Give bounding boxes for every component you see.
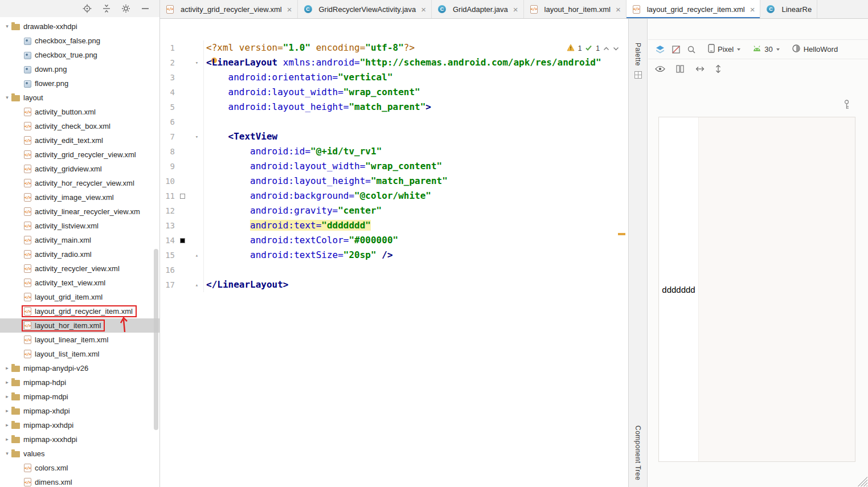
tab-GridRecyclerViewActivity.java[interactable]: GridRecyclerViewActivity.java× [298, 0, 432, 18]
code-line-10[interactable]: 10 android:layout_height="match_parent" [160, 174, 628, 189]
code-line-5[interactable]: 5 android:layout_height="match_parent"> [160, 100, 628, 114]
error-stripe-mark[interactable] [618, 233, 625, 235]
tree-item-mipmap-xxhdpi[interactable]: ▸mipmap-xxhdpi [0, 418, 159, 432]
device-selector[interactable]: Pixel [708, 44, 740, 55]
code-line-16[interactable]: 16 [160, 263, 628, 277]
color-preview-chip[interactable] [180, 238, 185, 243]
code-line-3[interactable]: 3 android:orientation="vertical" [160, 70, 628, 85]
tree-item-activity_check_box.xml[interactable]: activity_check_box.xml [0, 119, 159, 133]
tree-item-layout_grid_recycler_item.xml[interactable]: layout_grid_recycler_item.xml [0, 304, 159, 318]
tab-layout_grid_recycler_item.xml[interactable]: layout_grid_recycler_item.xml× [627, 0, 761, 18]
close-icon[interactable]: × [616, 5, 621, 14]
component-tree-tab[interactable]: Component Tree [629, 425, 647, 480]
api-level-selector[interactable]: 30 [752, 45, 779, 54]
tree-item-checkbox_true.png[interactable]: checkbox_true.png [0, 48, 159, 62]
hide-panel-icon[interactable] [140, 3, 150, 14]
tab-GridAdapter.java[interactable]: GridAdapter.java× [432, 0, 524, 18]
tree-item-checkbox_false.png[interactable]: checkbox_false.png [0, 34, 159, 48]
expand-arrow-icon[interactable]: ▸ [3, 380, 11, 385]
code-line-12[interactable]: 12 android:gravity="center" [160, 203, 628, 218]
tree-item-mipmap-anydpi-v26[interactable]: ▸mipmap-anydpi-v26 [0, 361, 159, 375]
code-line-15[interactable]: 15▴ android:textSize="20sp" /> [160, 248, 628, 263]
expand-arrow-icon[interactable]: ▸ [3, 408, 11, 414]
color-preview-chip[interactable] [180, 194, 185, 199]
tree-item-mipmap-mdpi[interactable]: ▸mipmap-mdpi [0, 390, 159, 404]
code-editor[interactable]: 1<?xml version="1.0" encoding="utf-8"?>2… [160, 19, 628, 487]
collapse-arrow-icon[interactable]: ▾ [3, 95, 11, 100]
prev-issue-chevron-up-icon[interactable] [603, 44, 609, 52]
tree-item-drawable-xxhdpi[interactable]: ▾drawable-xxhdpi [0, 19, 159, 34]
code-line-17[interactable]: 17▴</LinearLayout> [160, 277, 628, 292]
tree-item-colors.xml[interactable]: colors.xml [0, 461, 159, 475]
collapse-arrow-icon[interactable]: ▾ [3, 24, 11, 29]
tab-LinearRe[interactable]: LinearRe [760, 0, 817, 18]
close-icon[interactable]: × [750, 5, 755, 14]
eye-icon[interactable] [655, 66, 665, 72]
tree-item-activity_radio.xml[interactable]: activity_radio.xml [0, 247, 159, 261]
code-line-4[interactable]: 4 android:layout_width="wrap_content" [160, 85, 628, 100]
tree-item-mipmap-xxxhdpi[interactable]: ▸mipmap-xxxhdpi [0, 432, 159, 447]
close-icon[interactable]: × [513, 5, 518, 14]
fold-marker-icon[interactable]: ▴ [190, 248, 204, 263]
tab-activity_grid_recycler_view.xml[interactable]: activity_grid_recycler_view.xml× [160, 0, 298, 18]
tree-item-layout[interactable]: ▾layout [0, 91, 159, 105]
fold-marker-icon[interactable]: ▾ [190, 55, 204, 70]
tree-item-mipmap-xhdpi[interactable]: ▸mipmap-xhdpi [0, 404, 159, 418]
zoom-inspect-icon[interactable] [687, 45, 696, 54]
layers-icon[interactable] [655, 44, 665, 55]
tree-item-layout_grid_item.xml[interactable]: layout_grid_item.xml [0, 290, 159, 304]
code-line-7[interactable]: 7▾ <TextView [160, 129, 628, 144]
tab-layout_hor_item.xml[interactable]: layout_hor_item.xml× [524, 0, 627, 18]
code-line-2[interactable]: 2▾<LinearLayout xmlns:android="http://sc… [160, 55, 628, 70]
fold-marker-icon[interactable]: ▾ [190, 129, 204, 144]
tree-item-activity_image_view.xml[interactable]: activity_image_view.xml [0, 190, 159, 204]
design-canvas[interactable]: ddddddd [648, 78, 868, 487]
tree-item-down.png[interactable]: down.png [0, 62, 159, 76]
close-icon[interactable]: × [287, 5, 292, 14]
tree-item-layout_linear_item.xml[interactable]: layout_linear_item.xml [0, 333, 159, 347]
tree-item-mipmap-hdpi[interactable]: ▸mipmap-hdpi [0, 375, 159, 390]
settings-gear-icon[interactable] [121, 3, 131, 14]
columns-icon[interactable] [675, 64, 685, 73]
expand-arrow-icon[interactable]: ▸ [3, 366, 11, 371]
tree-item-activity_main.xml[interactable]: activity_main.xml [0, 233, 159, 247]
vertical-arrows-icon[interactable] [715, 64, 721, 74]
tree-item-activity_listview.xml[interactable]: activity_listview.xml [0, 219, 159, 233]
tree-item-layout_list_item.xml[interactable]: layout_list_item.xml [0, 347, 159, 361]
collapse-arrow-icon[interactable]: ▾ [3, 451, 11, 456]
tree-scrollbar[interactable] [154, 249, 158, 430]
expand-arrow-icon[interactable]: ▸ [3, 423, 11, 428]
code-line-6[interactable]: 6 [160, 114, 628, 129]
expand-arrow-icon[interactable]: ▸ [3, 437, 11, 442]
code-line-9[interactable]: 9 android:layout_width="wrap_content" [160, 159, 628, 174]
code-line-14[interactable]: 14 android:textColor="#000000" [160, 233, 628, 248]
close-icon[interactable]: × [421, 5, 426, 14]
tree-item-activity_grid_recycler_view.xml[interactable]: activity_grid_recycler_view.xml [0, 148, 159, 162]
code-line-1[interactable]: 1<?xml version="1.0" encoding="utf-8"?> [160, 40, 628, 55]
tree-item-activity_text_view.xml[interactable]: activity_text_view.xml [0, 276, 159, 290]
collapse-all-icon[interactable] [101, 3, 112, 14]
code-line-11[interactable]: 11 android:background="@color/white" [160, 189, 628, 203]
theme-selector[interactable]: HelloWord [792, 44, 838, 55]
tree-item-activity_button.xml[interactable]: activity_button.xml [0, 105, 159, 119]
tree-item-flower.png[interactable]: flower.png [0, 76, 159, 91]
locate-file-icon[interactable] [82, 3, 92, 14]
tree-item-activity_edit_text.xml[interactable]: activity_edit_text.xml [0, 133, 159, 148]
code-line-8[interactable]: 8 android:id="@+id/tv_rv1" [160, 144, 628, 159]
next-issue-chevron-down-icon[interactable] [613, 44, 619, 52]
code-line-13[interactable]: 13 android:text="ddddddd" [160, 218, 628, 233]
tree-item-dimens.xml[interactable]: dimens.xml [0, 475, 159, 487]
tree-item-activity_linear_recycler_view.xm[interactable]: activity_linear_recycler_view.xm [0, 204, 159, 219]
inspections-widget[interactable]: 1 1 [567, 44, 619, 53]
tree-item-values[interactable]: ▾values [0, 447, 159, 461]
tree-item-activity_hor_recycler_view.xml[interactable]: activity_hor_recycler_view.xml [0, 176, 159, 190]
horizontal-arrows-icon[interactable] [695, 66, 705, 72]
tree-item-activity_gridview.xml[interactable]: activity_gridview.xml [0, 162, 159, 176]
resize-grip[interactable] [856, 475, 867, 486]
fold-marker-icon[interactable]: ▴ [190, 277, 204, 292]
palette-tab[interactable]: Palette [629, 43, 647, 80]
expand-arrow-icon[interactable]: ▸ [3, 394, 11, 399]
tree-item-layout_hor_item.xml[interactable]: layout_hor_item.xml [0, 318, 159, 333]
design-mode-icon[interactable] [672, 45, 681, 54]
tree-item-activity_recycler_view.xml[interactable]: activity_recycler_view.xml [0, 261, 159, 276]
